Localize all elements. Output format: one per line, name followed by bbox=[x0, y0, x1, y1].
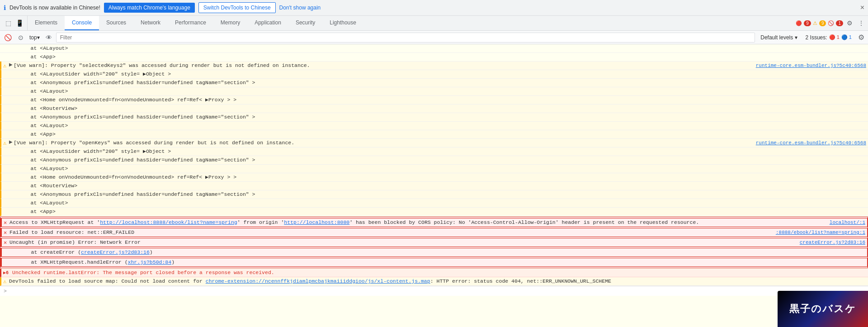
line-text: at <ALayout> bbox=[9, 45, 866, 52]
error-icon-uncaught: ✕ bbox=[4, 239, 7, 246]
tab-memory[interactable]: Memory bbox=[213, 16, 247, 30]
switch-devtools-button[interactable]: Switch DevTools to Chinese bbox=[198, 2, 276, 13]
error-icon-cors: ✕ bbox=[4, 219, 7, 227]
notification-bar: ℹ DevTools is now available in Chinese! … bbox=[0, 0, 868, 16]
cors-error-text: Access to XMLHttpRequest at 'http://loca… bbox=[9, 219, 826, 226]
console-warn-line: ⚠ ▶ [Vue warn]: Property "selectedKeys2"… bbox=[0, 62, 868, 70]
console-prompt-line: > bbox=[0, 286, 868, 296]
console-line: at <Home onVnodeUnmounted=fn<onVnodeUnmo… bbox=[0, 96, 868, 104]
issues-label: 2 Issues: bbox=[806, 34, 827, 41]
create-error-link[interactable]: createError.js?2d83:16 bbox=[81, 249, 150, 255]
console-line: at <RouterView> bbox=[0, 182, 868, 190]
context-label: top bbox=[29, 34, 37, 41]
info-icon: ℹ bbox=[4, 4, 6, 12]
devtools-settings-button[interactable]: ⚙ bbox=[845, 18, 854, 28]
warn-count-badge: 9 bbox=[819, 20, 826, 26]
runtime-text: Unchecked runtime.lastError: The message… bbox=[12, 269, 866, 276]
console-settings-button[interactable]: ⚙ bbox=[856, 32, 866, 43]
error-badge-label: 🔴 bbox=[796, 20, 802, 26]
device-toggle-button[interactable]: 📱 bbox=[14, 18, 25, 28]
console-line: at <ALayoutSider width="200" style= ▶Obj… bbox=[0, 147, 868, 156]
console-line: at <ALayout> bbox=[0, 44, 868, 53]
devtools-warn-icon: ⚠ bbox=[3, 278, 6, 285]
cors-url1-link[interactable]: http://localhost:8888/ebook/list?name=sp… bbox=[100, 219, 237, 225]
console-line: at <RouterView> bbox=[0, 104, 868, 113]
console-line: at <Anonymous prefixCls=undefined hasSid… bbox=[0, 79, 868, 87]
xhr-link[interactable]: xhr.js?b50d:84 bbox=[128, 259, 172, 265]
console-output[interactable]: at <ALayout> at <App> ⚠ ▶ [Vue warn]: Pr… bbox=[0, 44, 868, 327]
failed-source[interactable]: :8888/ebook/list?name=spring:1 bbox=[772, 229, 865, 236]
warn-badge-label: ⚠ bbox=[813, 20, 817, 26]
prompt-icon: > bbox=[4, 288, 7, 294]
console-line: at <App> bbox=[0, 53, 868, 62]
line-text: at <Anonymous prefixCls=undefined hasSid… bbox=[9, 191, 866, 198]
eye-button[interactable]: 👁 bbox=[43, 33, 54, 43]
dismiss-button[interactable]: Don't show again bbox=[279, 5, 321, 11]
tab-network[interactable]: Network bbox=[133, 16, 168, 30]
preserve-log-button[interactable]: ⊙ bbox=[16, 33, 26, 43]
line-text: at <Home onVnodeUnmounted=fn<onVnodeUnmo… bbox=[9, 96, 866, 104]
warn-icon: ⚠ bbox=[3, 62, 6, 70]
cors-source[interactable]: localhost/:1 bbox=[826, 219, 865, 226]
failed-load-line: ✕ Failed to load resource: net::ERR_FAIL… bbox=[0, 228, 868, 237]
uncaught-at2-text: at XMLHttpRequest.handleError (xhr.js?b5… bbox=[9, 259, 865, 266]
devtools-ext-link[interactable]: chrome-extension://ncennffkjdiamlpmcbajk… bbox=[206, 278, 430, 284]
console-toolbar: 🚫 ⊙ top ▾ 👁 Default levels ▾ 2 Issues: 🔴… bbox=[0, 31, 868, 44]
console-line: at <Anonymous prefixCls=undefined hasSid… bbox=[0, 190, 868, 199]
close-notification-button[interactable]: × bbox=[860, 4, 864, 12]
line-text: at <App> bbox=[9, 131, 866, 138]
devtools-more-button[interactable]: ⋮ bbox=[856, 18, 866, 28]
tab-elements[interactable]: Elements bbox=[28, 16, 65, 30]
uncaught-source[interactable]: createError.js?2d83:16 bbox=[796, 239, 865, 246]
line-text: at <Home onVnodeUnmounted=fn<onVnodeUnmo… bbox=[9, 174, 866, 181]
clear-console-button[interactable]: 🚫 bbox=[2, 33, 14, 43]
expand-warn-2-button[interactable]: ▶ bbox=[9, 139, 13, 144]
issues-blue: 🔵 1 bbox=[841, 34, 852, 40]
tab-application[interactable]: Application bbox=[247, 16, 288, 30]
console-line: at <Anonymous prefixCls=undefined hasSid… bbox=[0, 156, 868, 165]
line-text: at <Anonymous prefixCls=undefined hasSid… bbox=[9, 114, 866, 121]
warn-text: [Vue warn]: Property "selectedKeys2" was… bbox=[14, 62, 752, 69]
filter-box bbox=[56, 33, 755, 43]
runtime-error-line: ▶6 Unchecked runtime.lastError: The mess… bbox=[0, 269, 868, 277]
notification-text: DevTools is now available in Chinese! bbox=[9, 5, 100, 11]
line-text: at <ALayout> bbox=[9, 165, 866, 172]
tab-lighthouse[interactable]: Lighthouse bbox=[322, 16, 363, 30]
inspect-element-button[interactable]: ⬚ bbox=[4, 18, 13, 28]
console-line: at <ALayout> bbox=[0, 199, 868, 208]
default-levels-button[interactable]: Default levels ▾ bbox=[757, 34, 801, 41]
line-text: at <Anonymous prefixCls=undefined hasSid… bbox=[9, 79, 866, 86]
cors-url2-link[interactable]: http://localhost:8080 bbox=[284, 219, 349, 225]
line-text: at <App> bbox=[9, 208, 866, 215]
tab-security[interactable]: Security bbox=[288, 16, 322, 30]
console-line: at <ALayout> bbox=[0, 87, 868, 96]
context-chevron: ▾ bbox=[37, 34, 40, 41]
tab-console[interactable]: Console bbox=[65, 16, 99, 30]
block-badge-label: 🚫 bbox=[828, 20, 834, 26]
tab-sources[interactable]: Sources bbox=[99, 16, 133, 30]
tab-bar: ⬚ 📱 Elements Console Sources Network Per… bbox=[0, 16, 868, 31]
uncaught-error-line: ✕ Uncaught (in promise) Error: Network E… bbox=[0, 238, 868, 247]
tab-performance[interactable]: Performance bbox=[168, 16, 213, 30]
warn-source-2[interactable]: runtime-core.esm-bundler.js?5c40:6568 bbox=[752, 139, 866, 147]
cors-error-line: ✕ Access to XMLHttpRequest at 'http://lo… bbox=[0, 218, 868, 227]
line-text: at <ALayout> bbox=[9, 199, 866, 207]
context-selector[interactable]: top ▾ bbox=[28, 33, 42, 42]
uncaught-at1-line: at createError (createError.js?2d83:16) bbox=[0, 248, 868, 257]
devtools-warn-text: DevTools failed to load source map: Coul… bbox=[9, 278, 866, 285]
expand-warn-button[interactable]: ▶ bbox=[9, 62, 13, 67]
error-count-badge: 9 bbox=[804, 20, 811, 26]
match-language-button[interactable]: Always match Chrome's language bbox=[104, 3, 195, 13]
line-text: at <ALayoutSider width="200" style= ▶Obj… bbox=[9, 148, 866, 155]
console-line: at <Home onVnodeUnmounted=fn<onVnodeUnmo… bbox=[0, 173, 868, 182]
uncaught-at1-text: at createError (createError.js?2d83:16) bbox=[9, 249, 865, 256]
tab-right-area: 🔴 9 ⚠ 9 🚫 1 ⚙ ⋮ bbox=[796, 18, 866, 28]
filter-input[interactable] bbox=[57, 33, 755, 42]
watermark-text: 黒子のバスケ bbox=[789, 302, 856, 316]
console-warn-line-2: ⚠ ▶ [Vue warn]: Property "openKeys" was … bbox=[0, 139, 868, 147]
issues-red: 🔴 1 bbox=[829, 34, 840, 40]
uncaught-text: Uncaught (in promise) Error: Network Err… bbox=[9, 239, 796, 246]
warn-source[interactable]: runtime-core.esm-bundler.js?5c40:6568 bbox=[752, 62, 866, 69]
failed-load-text: Failed to load resource: net::ERR_FAILED bbox=[9, 229, 772, 236]
line-text: at <App> bbox=[9, 53, 866, 61]
